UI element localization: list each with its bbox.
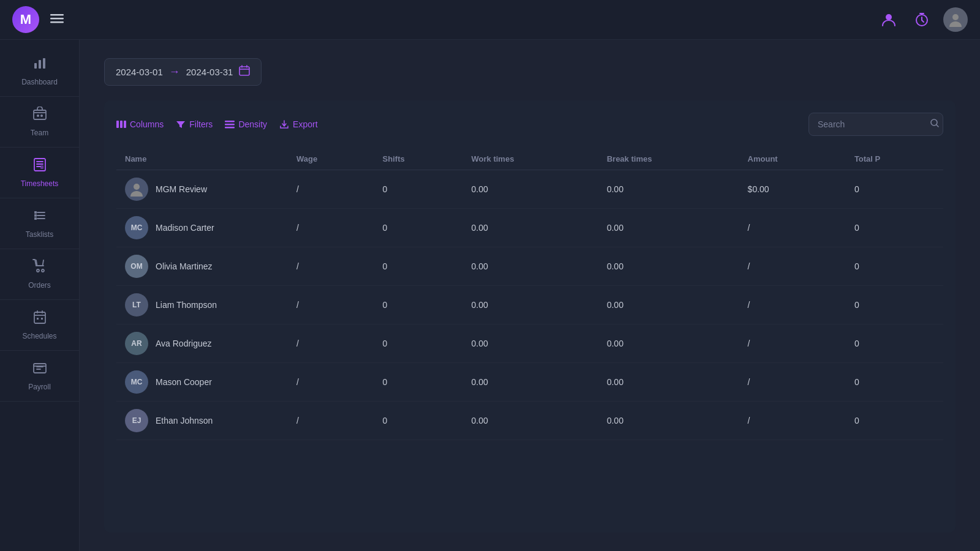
cell-work-times: 0.00	[463, 363, 598, 402]
sidebar-item-dashboard[interactable]: Dashboard	[0, 46, 79, 97]
density-button[interactable]: Density	[225, 119, 267, 129]
cell-total-p: 0	[846, 402, 943, 440]
cell-wage: /	[288, 363, 374, 402]
cell-shifts: 0	[374, 402, 463, 440]
employee-name: Ethan Johnson	[156, 416, 213, 425]
cell-work-times: 0.00	[463, 170, 598, 209]
cell-name: AR Ava Rodriguez	[116, 324, 288, 363]
col-wage: Wage	[288, 148, 374, 170]
sidebar: Dashboard Team T	[0, 40, 80, 551]
sidebar-item-timesheets[interactable]: Timesheets	[0, 148, 79, 198]
avatar	[125, 178, 148, 201]
topnav-right	[877, 7, 968, 32]
cell-amount: /	[739, 209, 846, 247]
svg-point-11	[40, 114, 43, 117]
date-range-picker[interactable]: 2024-03-01 → 2024-03-31	[104, 58, 262, 86]
svg-rect-26	[225, 127, 235, 129]
svg-rect-17	[37, 318, 39, 320]
cell-name: MC Mason Cooper	[116, 363, 288, 402]
search-input[interactable]	[818, 119, 925, 129]
sidebar-item-tasklists[interactable]: Tasklists	[0, 198, 79, 249]
search-icon	[930, 118, 940, 130]
svg-point-28	[134, 184, 140, 190]
svg-point-10	[37, 114, 39, 117]
svg-point-14	[37, 269, 39, 272]
cell-amount: /	[739, 363, 846, 402]
cell-name: MGM Review	[116, 170, 288, 209]
table-row[interactable]: MGM Review / 0 0.00 0.00 $0.00 0	[116, 170, 943, 209]
svg-point-5	[952, 14, 959, 20]
sidebar-item-schedules-label: Schedules	[22, 332, 56, 340]
user-icon-button[interactable]	[877, 8, 900, 31]
cell-amount: /	[739, 324, 846, 363]
cell-name: LT Liam Thompson	[116, 286, 288, 324]
sidebar-item-team-label: Team	[31, 129, 48, 137]
svg-rect-25	[225, 124, 235, 126]
payroll-icon	[32, 361, 47, 379]
table-row[interactable]: AR Ava Rodriguez / 0 0.00 0.00 / 0	[116, 324, 943, 363]
timer-icon-button[interactable]	[910, 8, 933, 31]
table-row[interactable]: MC Mason Cooper / 0 0.00 0.00 / 0	[116, 363, 943, 402]
cell-break-times: 0.00	[598, 402, 739, 440]
avatar: MC	[125, 370, 148, 394]
cell-amount: /	[739, 402, 846, 440]
cell-shifts: 0	[374, 324, 463, 363]
svg-rect-21	[116, 121, 119, 128]
sidebar-item-schedules[interactable]: Schedules	[0, 300, 79, 351]
cell-work-times: 0.00	[463, 209, 598, 247]
data-table: Name Wage Shifts Work times Break times …	[116, 148, 943, 440]
avatar: EJ	[125, 409, 148, 432]
table-panel: Columns Filters Density Export	[104, 100, 956, 533]
date-start: 2024-03-01	[116, 67, 163, 77]
sidebar-item-orders[interactable]: Orders	[0, 249, 79, 300]
calendar-icon	[239, 65, 250, 79]
cell-amount: /	[739, 286, 846, 324]
sidebar-item-payroll[interactable]: Payroll	[0, 351, 79, 402]
timesheets-icon	[32, 157, 47, 176]
svg-rect-24	[225, 121, 235, 122]
table-row[interactable]: OM Olivia Martinez / 0 0.00 0.00 / 0	[116, 247, 943, 286]
svg-rect-9	[34, 110, 46, 119]
table-row[interactable]: MC Madison Carter / 0 0.00 0.00 / 0	[116, 209, 943, 247]
svg-rect-0	[50, 14, 64, 16]
cell-name: OM Olivia Martinez	[116, 247, 288, 286]
cell-break-times: 0.00	[598, 247, 739, 286]
table-row[interactable]: LT Liam Thompson / 0 0.00 0.00 / 0	[116, 286, 943, 324]
main-content: 2024-03-01 → 2024-03-31	[80, 40, 980, 551]
col-amount: Amount	[739, 148, 846, 170]
hamburger-button[interactable]	[50, 12, 64, 28]
export-button[interactable]: Export	[279, 119, 317, 129]
chart-icon	[32, 56, 47, 74]
user-avatar[interactable]	[943, 7, 968, 32]
svg-rect-16	[34, 312, 45, 323]
sidebar-item-tasklists-label: Tasklists	[26, 230, 53, 239]
svg-rect-8	[43, 58, 45, 69]
cell-break-times: 0.00	[598, 209, 739, 247]
cell-wage: /	[288, 286, 374, 324]
cell-amount: /	[739, 247, 846, 286]
app-logo[interactable]: M	[12, 6, 39, 33]
employee-name: Olivia Martinez	[156, 261, 213, 271]
table-row[interactable]: EJ Ethan Johnson / 0 0.00 0.00 / 0	[116, 402, 943, 440]
sidebar-item-payroll-label: Payroll	[28, 383, 51, 391]
search-box[interactable]	[809, 113, 943, 136]
cell-wage: /	[288, 324, 374, 363]
svg-point-15	[42, 269, 44, 272]
col-shifts: Shifts	[374, 148, 463, 170]
cell-shifts: 0	[374, 286, 463, 324]
cell-total-p: 0	[846, 286, 943, 324]
filters-button[interactable]: Filters	[176, 119, 213, 129]
sidebar-item-team[interactable]: Team	[0, 97, 79, 148]
cell-shifts: 0	[374, 170, 463, 209]
cell-break-times: 0.00	[598, 170, 739, 209]
tasklists-icon	[32, 208, 47, 227]
cell-work-times: 0.00	[463, 402, 598, 440]
cell-shifts: 0	[374, 363, 463, 402]
cell-wage: /	[288, 170, 374, 209]
svg-rect-13	[40, 165, 43, 169]
cell-work-times: 0.00	[463, 247, 598, 286]
columns-button[interactable]: Columns	[116, 119, 164, 129]
orders-icon	[32, 259, 47, 277]
svg-point-3	[886, 14, 892, 20]
avatar: AR	[125, 332, 148, 355]
